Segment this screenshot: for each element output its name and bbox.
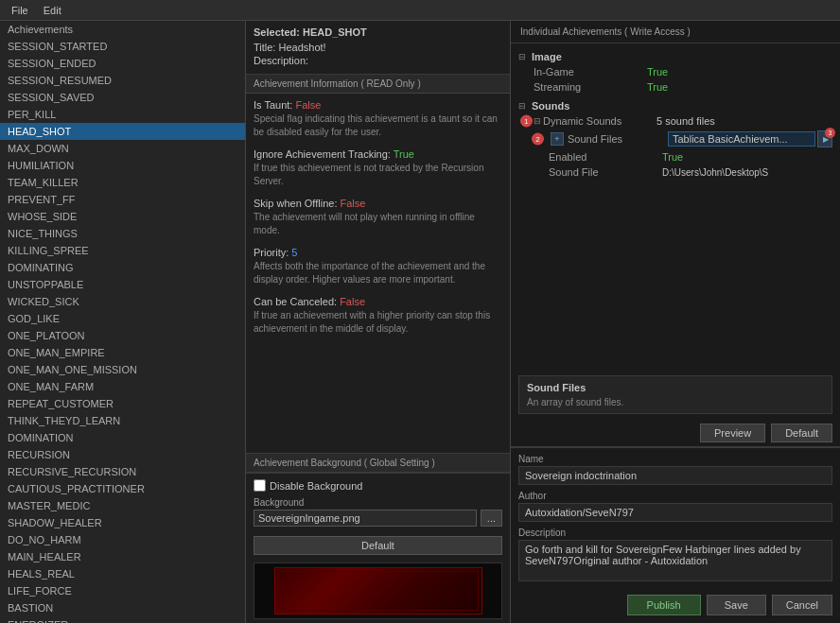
achievement-list-item[interactable]: MAX_DOWN: [0, 140, 245, 157]
sound-files-action-btn[interactable]: ▶ 3: [817, 130, 832, 147]
achievement-list-item[interactable]: SESSION_RESUMED: [0, 72, 245, 89]
is-taunt-label: Is Taunt: False: [254, 99, 502, 111]
disable-bg-checkbox[interactable]: [254, 479, 266, 492]
edit-menu[interactable]: Edit: [36, 3, 69, 18]
properties-area[interactable]: ⊟ Image In-Game True Streaming True ⊟ So…: [511, 43, 840, 370]
save-button[interactable]: Save: [707, 595, 766, 615]
achievement-list-item[interactable]: MASTER_MEDIC: [0, 497, 245, 514]
achievement-list-item[interactable]: HEALS_REAL: [0, 565, 245, 582]
can-cancel-desc: If true an achievement with a higher pri…: [254, 309, 502, 336]
image-collapse-icon: ⊟: [518, 52, 528, 61]
bg-preview-image: [274, 567, 482, 614]
ignore-tracking-label: Ignore Achievement Tracking: True: [254, 148, 502, 160]
achievement-list-item[interactable]: Achievements: [0, 21, 245, 38]
sound-desc-title: Sound Files: [527, 382, 824, 393]
achievement-list-item[interactable]: LIFE_FORCE: [0, 582, 245, 599]
sounds-group-label: Sounds: [532, 100, 569, 112]
author-label: Author: [518, 491, 832, 501]
sound-file-row: Sound File D:\Users\John\Desktop\S: [518, 164, 832, 180]
in-game-val: True: [647, 66, 832, 78]
achievement-list-item[interactable]: KILLING_SPREE: [0, 242, 245, 259]
priority-section: Priority: 5 Affects both the importance …: [254, 247, 502, 286]
achievement-list-item[interactable]: DOMINATING: [0, 259, 245, 276]
cancel-button[interactable]: Cancel: [772, 595, 832, 615]
bg-input[interactable]: [254, 510, 477, 527]
dynamic-sounds-row: 1 ⊟ Dynamic Sounds 5 sound files: [518, 113, 832, 129]
achievement-list-item[interactable]: PER_KILL: [0, 106, 245, 123]
main-layout: AchievementsSESSION_STARTEDSESSION_ENDED…: [0, 21, 840, 623]
desc-label: Description:: [254, 55, 308, 66]
achievement-list-item[interactable]: WHOSE_SIDE: [0, 208, 245, 225]
badge-1: 1: [520, 115, 533, 128]
ignore-tracking-desc: If true this achievement is not tracked …: [254, 162, 502, 188]
author-value: Autoxidation/SeveN797: [518, 503, 832, 522]
default-button[interactable]: Default: [771, 424, 832, 442]
achievement-list-item[interactable]: BASTION: [0, 599, 245, 616]
achievement-list-item[interactable]: HEAD_SHOT: [0, 123, 245, 140]
achievement-list-item[interactable]: MAIN_HEALER: [0, 548, 245, 565]
achievement-list-item[interactable]: SESSION_ENDED: [0, 55, 245, 72]
achievement-list-item[interactable]: SESSION_SAVED: [0, 89, 245, 106]
can-cancel-label: Can be Canceled: False: [254, 296, 502, 307]
dynamic-sounds-key: Dynamic Sounds: [543, 115, 656, 127]
achievement-list-item[interactable]: ONE_PLATOON: [0, 327, 245, 344]
streaming-val: True: [647, 81, 832, 93]
achievement-list-item[interactable]: CAUTIOUS_PRACTITIONER: [0, 480, 245, 497]
achievement-list-item[interactable]: REPEAT_CUSTOMER: [0, 395, 245, 412]
description-textarea[interactable]: [518, 540, 832, 581]
desc-row: Description:: [254, 55, 502, 66]
name-value: Sovereign indoctrination: [518, 466, 832, 485]
achievement-list-item[interactable]: WICKED_SICK: [0, 293, 245, 310]
is-taunt-desc: Special flag indicating this achievement…: [254, 112, 502, 139]
sound-file-key: Sound File: [549, 166, 662, 178]
achievement-list[interactable]: AchievementsSESSION_STARTEDSESSION_ENDED…: [0, 21, 245, 623]
bg-default-button[interactable]: Default: [254, 536, 502, 555]
achievement-list-item[interactable]: NICE_THINGS: [0, 225, 245, 242]
achievement-list-item[interactable]: UNSTOPPABLE: [0, 276, 245, 293]
badge-2: 2: [532, 133, 544, 146]
bg-browse-button[interactable]: ...: [481, 510, 502, 527]
info-scroll-area[interactable]: Is Taunt: False Special flag indicating …: [246, 94, 510, 453]
achievement-list-item[interactable]: TEAM_KILLER: [0, 174, 245, 191]
image-group-label: Image: [532, 51, 562, 62]
image-group: ⊟ Image In-Game True Streaming True: [518, 49, 832, 95]
desc-label: Description: [518, 528, 832, 538]
achievement-list-item[interactable]: ONE_MAN_ONE_MISSION: [0, 361, 245, 378]
name-label: Name: [518, 454, 832, 464]
achievement-list-item[interactable]: GOD_LIKE: [0, 310, 245, 327]
achievement-list-item[interactable]: PREVENT_FF: [0, 191, 245, 208]
sound-desc-box: Sound Files An array of sound files.: [518, 375, 832, 414]
sound-files-expand-btn[interactable]: +: [551, 132, 564, 146]
sound-file-val: D:\Users\John\Desktop\S: [662, 167, 832, 178]
achievement-list-item[interactable]: DOMINATION: [0, 429, 245, 446]
right-header: Individual Achievements ( Write Access ): [511, 21, 840, 43]
sound-desc-text: An array of sound files.: [527, 397, 824, 407]
achievement-list-item[interactable]: SHADOW_HEALER: [0, 514, 245, 531]
achievement-list-item[interactable]: SESSION_STARTED: [0, 38, 245, 55]
title-desc-section: Title: Headshot! Description:: [246, 40, 510, 75]
achievement-list-item[interactable]: ONE_MAN_EMPIRE: [0, 344, 245, 361]
selected-label: Selected: HEAD_SHOT: [246, 21, 510, 40]
achievement-list-item[interactable]: ENERGIZER: [0, 616, 245, 623]
title-value: Headshot!: [279, 42, 326, 53]
priority-desc: Affects both the importance of the achie…: [254, 260, 502, 286]
left-panel: AchievementsSESSION_STARTEDSESSION_ENDED…: [0, 21, 246, 623]
sounds-collapse-icon: ⊟: [518, 101, 528, 111]
in-game-row: In-Game True: [518, 64, 832, 79]
right-panel: Individual Achievements ( Write Access )…: [511, 21, 840, 623]
right-bottom: Name Sovereign indoctrination Author Aut…: [511, 447, 840, 589]
publish-button[interactable]: Publish: [627, 595, 701, 615]
achievement-list-item[interactable]: ONE_MAN_FARM: [0, 378, 245, 395]
achievement-list-item[interactable]: RECURSIVE_RECURSION: [0, 463, 245, 480]
preview-default-row: Preview Default: [511, 420, 840, 446]
file-menu[interactable]: File: [4, 3, 36, 18]
achievement-list-item[interactable]: RECURSION: [0, 446, 245, 463]
achievement-list-item[interactable]: DO_NO_HARM: [0, 531, 245, 548]
sound-files-row: 2 + Sound Files ▶ 3: [518, 129, 832, 149]
preview-button[interactable]: Preview: [700, 424, 765, 442]
bg-global-header: Achievement Background ( Global Setting …: [246, 453, 510, 473]
achievement-list-item[interactable]: HUMILIATION: [0, 157, 245, 174]
can-cancel-section: Can be Canceled: False If true an achiev…: [254, 296, 502, 336]
sound-files-input[interactable]: [668, 131, 815, 147]
achievement-list-item[interactable]: THINK_THEYD_LEARN: [0, 412, 245, 429]
